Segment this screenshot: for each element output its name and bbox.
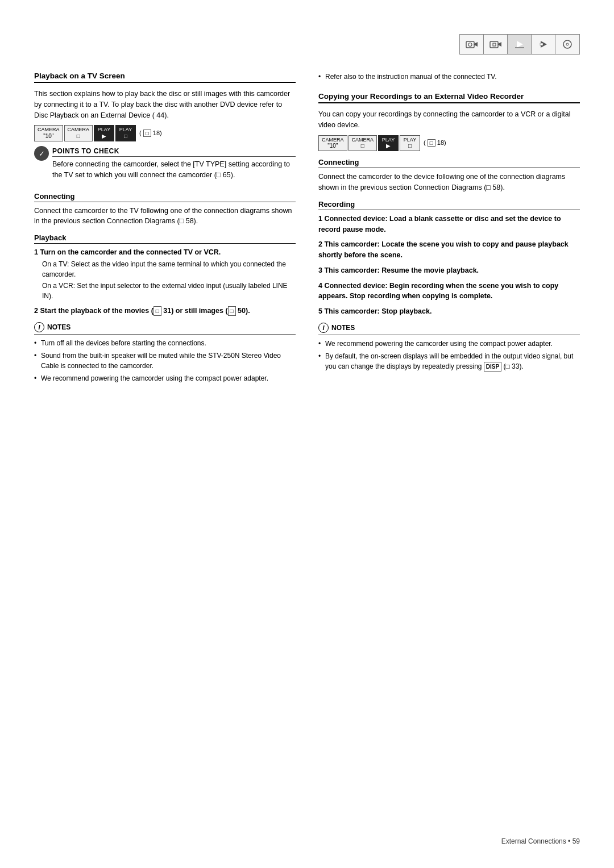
svg-marker-4	[498, 42, 501, 47]
left-note-3: We recommend powering the camcorder usin…	[34, 373, 296, 383]
left-step-2: 2 Start the playback of the movies (□ 31…	[34, 306, 296, 316]
points-check-label: POINTS TO CHECK	[52, 147, 296, 157]
left-note-1: Turn off all the devices before starting…	[34, 338, 296, 348]
icon-camera2	[484, 35, 508, 54]
mode-btn-camera1: CAMERA "10"	[34, 125, 63, 141]
points-check-content: POINTS TO CHECK Before connecting the ca…	[52, 147, 296, 185]
mode-btn-camera2: CAMERA □	[64, 125, 93, 141]
two-col-layout: Playback on a TV Screen This section exp…	[34, 72, 580, 386]
page-footer: External Connections • 59	[501, 837, 580, 845]
right-section-title: Copying your Recordings to an External V…	[318, 92, 580, 103]
svg-rect-7	[515, 47, 524, 48]
svg-marker-6	[517, 41, 523, 48]
mode-btn-play1: PLAY ▶	[94, 125, 114, 141]
right-mode-btn-play1: PLAY ▶	[378, 135, 399, 152]
left-section-title: Playback on a TV Screen	[34, 72, 296, 83]
right-mode-buttons: CAMERA "10" CAMERA □ PLAY ▶ PLAY □ ( □ 1…	[318, 135, 580, 152]
right-intro: You can copy your recordings by connecti…	[318, 109, 580, 131]
disp-button: DISP	[484, 362, 501, 372]
right-info-icon: i	[318, 323, 329, 333]
right-recording-title: Recording	[318, 200, 580, 210]
right-note-2: By default, the on-screen displays will …	[318, 351, 580, 372]
left-connecting-title: Connecting	[34, 192, 296, 202]
left-note-2: Sound from the built-in speaker will be …	[34, 350, 296, 371]
right-steps-list: 1 Connected device: Load a blank cassett…	[318, 214, 580, 317]
right-note-1: We recommend powering the camcorder usin…	[318, 339, 580, 349]
svg-point-11	[566, 43, 569, 45]
left-notes-box: i NOTES Turn off all the devices before …	[34, 322, 296, 383]
info-icon: i	[34, 322, 44, 332]
left-notes-label: NOTES	[47, 323, 70, 331]
left-mode-buttons: CAMERA "10" CAMERA □ PLAY ▶ PLAY □ ( □ 1…	[34, 125, 296, 141]
left-intro: This section explains how to play back t…	[34, 89, 296, 120]
left-steps-list: 1 Turn on the camcorder and the connecte…	[34, 247, 296, 316]
svg-rect-9	[540, 43, 543, 45]
svg-point-2	[468, 43, 472, 47]
right-connecting-title: Connecting	[318, 158, 580, 168]
right-step-4: 4 Connected device: Begin recording when…	[318, 281, 580, 302]
left-notes-header: i NOTES	[34, 322, 296, 335]
left-notes-list: Turn off all the devices before starting…	[34, 338, 296, 383]
points-to-check: ✓ POINTS TO CHECK Before connecting the …	[34, 147, 296, 185]
left-playback-title: Playback	[34, 233, 296, 244]
right-notes-list: We recommend powering the camcorder usin…	[318, 339, 580, 372]
top-icon-bar	[34, 34, 580, 55]
left-mode-ref: ( □ 18)	[139, 130, 162, 137]
right-step-5: 5 This camcorder: Stop playback.	[318, 306, 580, 317]
svg-rect-5	[493, 43, 496, 46]
right-mode-btn-play2: PLAY □	[400, 135, 420, 152]
svg-rect-3	[490, 41, 498, 48]
icon-play1	[508, 35, 532, 54]
right-mode-btn-camera1: CAMERA "10"	[318, 135, 347, 152]
svg-rect-0	[466, 41, 474, 48]
left-connecting-text: Connect the camcorder to the TV followin…	[34, 206, 296, 227]
svg-point-10	[563, 40, 571, 48]
right-step-1: 1 Connected device: Load a blank cassett…	[318, 214, 580, 235]
left-column: Playback on a TV Screen This section exp…	[34, 72, 296, 386]
right-column: Refer also to the instruction manual of …	[318, 72, 580, 386]
right-notes-label: NOTES	[331, 324, 355, 332]
icon-play2	[532, 35, 555, 54]
right-step-2: 2 This camcorder: Locate the scene you w…	[318, 239, 580, 261]
left-step-1: 1 Turn on the camcorder and the connecte…	[34, 247, 296, 301]
page-container: Playback on a TV Screen This section exp…	[0, 0, 614, 868]
right-notes-box: i NOTES We recommend powering the camcor…	[318, 323, 580, 372]
icon-camera	[460, 35, 484, 54]
check-icon: ✓	[34, 146, 49, 161]
mode-btn-play2: PLAY □	[115, 125, 136, 141]
right-mode-ref: ( □ 18)	[424, 139, 446, 147]
icon-group	[459, 34, 580, 55]
right-refer-item: Refer also to the instruction manual of …	[318, 72, 580, 82]
right-step-3: 3 This camcorder: Resume the movie playb…	[318, 265, 580, 276]
points-check-text: Before connecting the camcorder, select …	[52, 159, 296, 181]
right-connecting-text: Connect the camcorder to the device foll…	[318, 172, 580, 193]
right-mode-btn-camera2: CAMERA □	[349, 135, 377, 152]
svg-marker-1	[474, 42, 478, 47]
right-notes-header: i NOTES	[318, 323, 580, 335]
right-refer-list: Refer also to the instruction manual of …	[318, 72, 580, 82]
icon-disc	[555, 35, 579, 54]
